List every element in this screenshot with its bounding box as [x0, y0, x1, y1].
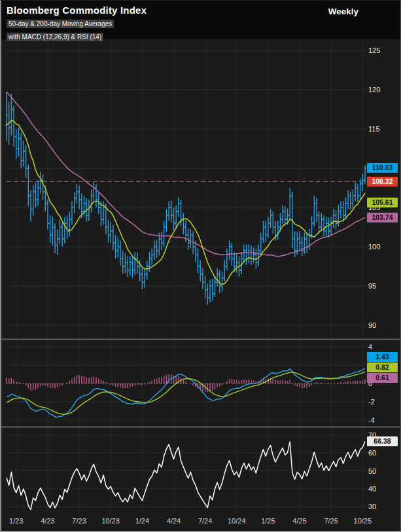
chart-window: 1251201151101051009590420-2-470605040301… [0, 0, 401, 532]
price-axis-tick: 115 [368, 125, 380, 133]
x-axis-label: 7/25 [324, 517, 338, 525]
price-axis-tick: 120 [368, 86, 380, 94]
rsi-axis-tick: 50 [368, 467, 376, 475]
price-axis-tick: 100 [368, 243, 380, 251]
x-axis-label: 4/25 [292, 517, 306, 525]
chart-area-background [1, 39, 401, 529]
last-price-badge: 110.03 [367, 163, 398, 173]
rsi-axis-tick: 40 [368, 485, 376, 493]
rsi-badge: 66.38 [367, 436, 398, 446]
x-axis-label: 10/24 [228, 517, 246, 525]
rsi-axis-tick: 60 [368, 449, 376, 457]
x-axis-label: 4/24 [167, 517, 181, 525]
macd-axis-tick: -2 [368, 398, 375, 406]
resistance-badge: 108.32 [367, 177, 398, 186]
chart-title: Bloomberg Commodity Index [7, 5, 147, 16]
chart-header: Bloomberg Commodity Index 50-day & 200-d… [7, 5, 147, 42]
x-axis-label: 10/25 [354, 517, 372, 525]
timeframe-label[interactable]: Weekly [328, 7, 358, 16]
macd-signal-badge: 0.82 [367, 363, 398, 372]
price-axis-tick: 95 [368, 282, 376, 290]
macd-axis-tick: 4 [368, 343, 372, 351]
x-axis-label: 10/23 [101, 517, 120, 525]
macd-histogram-badge: 0.61 [367, 373, 398, 383]
x-axis-label: 1/23 [9, 517, 23, 525]
macd-axis-tick: -4 [368, 416, 375, 424]
rsi-axis-tick: 30 [368, 503, 376, 510]
ma-50-badge: 105.61 [367, 198, 398, 207]
macd-badge: 1.43 [367, 352, 398, 362]
x-axis-label: 7/23 [72, 517, 86, 525]
chart-canvas[interactable]: 1251201151101051009590420-2-470605040301… [1, 1, 401, 532]
price-axis-tick: 90 [368, 321, 376, 329]
x-axis-label: 1/24 [135, 517, 149, 525]
x-axis-label: 7/24 [198, 517, 212, 525]
chart-subtitle-indicators: with MACD (12,26,9) & RSI (14) [7, 33, 103, 41]
chart-subtitle-moving-averages: 50-day & 200-day Moving Averages [7, 20, 114, 28]
x-axis-label: 1/25 [261, 517, 275, 525]
ma-200-badge: 103.74 [367, 213, 398, 222]
price-axis-tick: 125 [368, 46, 380, 54]
x-axis-label: 4/23 [41, 517, 54, 525]
